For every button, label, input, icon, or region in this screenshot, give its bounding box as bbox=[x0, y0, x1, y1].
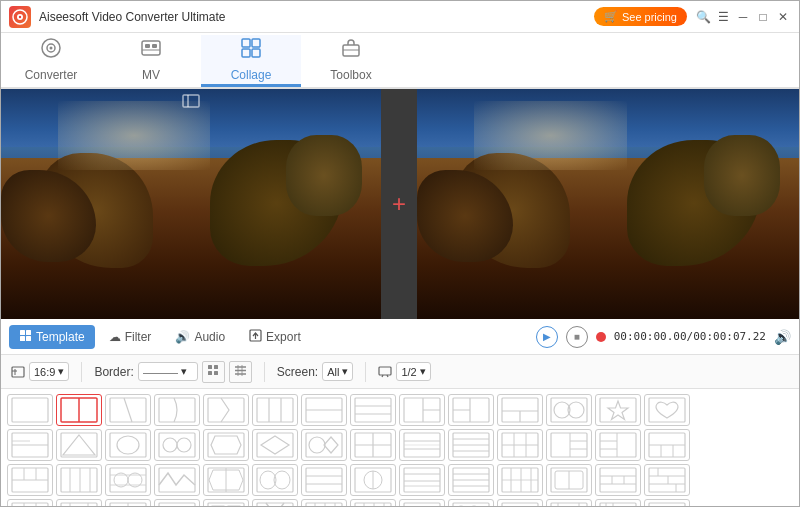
template-2v-selected[interactable] bbox=[56, 394, 102, 426]
svg-rect-27 bbox=[208, 365, 212, 369]
template-arrow-1[interactable] bbox=[203, 394, 249, 426]
template-r3-1[interactable] bbox=[7, 464, 53, 496]
maximize-button[interactable]: □ bbox=[755, 9, 771, 25]
template-oval-double[interactable] bbox=[546, 394, 592, 426]
template-1top-2bottom[interactable] bbox=[497, 394, 543, 426]
template-r2-11[interactable] bbox=[497, 429, 543, 461]
template-r2-12[interactable] bbox=[546, 429, 592, 461]
tab-collage[interactable]: Collage bbox=[201, 35, 301, 87]
template-r2-6[interactable] bbox=[252, 429, 298, 461]
play-button[interactable]: ▶ bbox=[536, 326, 558, 348]
template-3wide[interactable] bbox=[252, 394, 298, 426]
svg-marker-73 bbox=[63, 435, 95, 455]
svg-rect-194 bbox=[306, 503, 342, 507]
template-r4-7[interactable] bbox=[301, 499, 347, 507]
template-r2-2[interactable] bbox=[56, 429, 102, 461]
svg-rect-166 bbox=[12, 503, 48, 507]
template-r4-4[interactable] bbox=[154, 499, 200, 507]
template-star[interactable] bbox=[595, 394, 641, 426]
filter-icon: ☁ bbox=[109, 330, 121, 344]
toolbar-tab-template[interactable]: Template bbox=[9, 325, 95, 349]
template-r4-6[interactable] bbox=[252, 499, 298, 507]
template-r4-11[interactable] bbox=[497, 499, 543, 507]
template-r2-5[interactable] bbox=[203, 429, 249, 461]
template-r4-2[interactable] bbox=[56, 499, 102, 507]
template-r3-12[interactable] bbox=[546, 464, 592, 496]
template-r4-5[interactable] bbox=[203, 499, 249, 507]
app-window: Aiseesoft Video Converter Ultimate 🛒 See… bbox=[0, 0, 800, 507]
volume-icon[interactable]: 🔊 bbox=[774, 329, 791, 345]
svg-rect-191 bbox=[257, 503, 293, 507]
template-3h[interactable] bbox=[350, 394, 396, 426]
template-1left-2right[interactable] bbox=[399, 394, 445, 426]
template-2h[interactable] bbox=[301, 394, 347, 426]
add-video-button[interactable]: + bbox=[392, 192, 406, 216]
menu-button[interactable]: ☰ bbox=[715, 9, 731, 25]
svg-rect-63 bbox=[551, 398, 587, 422]
template-r2-3[interactable] bbox=[105, 429, 151, 461]
tab-converter[interactable]: Converter bbox=[1, 35, 101, 87]
template-r4-14[interactable] bbox=[644, 499, 690, 507]
template-diag-1[interactable] bbox=[105, 394, 151, 426]
tab-mv[interactable]: MV bbox=[101, 35, 201, 87]
template-r3-11[interactable] bbox=[497, 464, 543, 496]
toolbar-tab-audio[interactable]: 🔊 Audio bbox=[165, 326, 235, 348]
export-tab-label: Export bbox=[266, 330, 301, 344]
template-2left-1right[interactable] bbox=[448, 394, 494, 426]
template-heart[interactable] bbox=[644, 394, 690, 426]
svg-rect-24 bbox=[12, 367, 24, 377]
toolbar-tabs: Template ☁ Filter 🔊 Audio bbox=[9, 325, 534, 349]
screen-select[interactable]: All ▾ bbox=[322, 362, 353, 381]
toolbar-tab-export[interactable]: Export bbox=[239, 325, 311, 349]
template-r4-8[interactable] bbox=[350, 499, 396, 507]
template-r4-3[interactable] bbox=[105, 499, 151, 507]
pattern-view-button[interactable] bbox=[229, 361, 252, 383]
template-r3-9[interactable] bbox=[399, 464, 445, 496]
svg-rect-205 bbox=[404, 503, 440, 507]
template-r4-13[interactable] bbox=[595, 499, 641, 507]
toolbar-tab-filter[interactable]: ☁ Filter bbox=[99, 326, 162, 348]
template-curve-1[interactable] bbox=[154, 394, 200, 426]
template-r3-14[interactable] bbox=[644, 464, 690, 496]
template-r3-4[interactable] bbox=[154, 464, 200, 496]
template-r3-3[interactable] bbox=[105, 464, 151, 496]
template-r3-5[interactable] bbox=[203, 464, 249, 496]
grid-view-button[interactable] bbox=[202, 361, 225, 383]
svg-point-2 bbox=[19, 15, 21, 17]
template-r4-1[interactable] bbox=[7, 499, 53, 507]
frame-icon bbox=[182, 94, 200, 111]
template-r2-1[interactable] bbox=[7, 429, 53, 461]
border-select[interactable]: ▾ bbox=[138, 362, 198, 381]
template-r3-7[interactable] bbox=[301, 464, 347, 496]
tab-toolbox-label: Toolbox bbox=[330, 68, 371, 82]
template-r4-9[interactable] bbox=[399, 499, 445, 507]
monitor-select[interactable]: 1/2 ▾ bbox=[396, 362, 430, 381]
template-single[interactable] bbox=[7, 394, 53, 426]
template-r2-7[interactable] bbox=[301, 429, 347, 461]
template-r4-12[interactable] bbox=[546, 499, 592, 507]
svg-rect-29 bbox=[208, 371, 212, 375]
close-button[interactable]: ✕ bbox=[775, 9, 791, 25]
template-grid-container bbox=[1, 389, 799, 507]
template-r2-14[interactable] bbox=[644, 429, 690, 461]
search-button[interactable]: 🔍 bbox=[695, 9, 711, 25]
right-video-panel bbox=[417, 89, 799, 319]
svg-point-77 bbox=[163, 438, 177, 452]
stop-button[interactable]: ■ bbox=[566, 326, 588, 348]
template-r2-8[interactable] bbox=[350, 429, 396, 461]
svg-rect-20 bbox=[20, 336, 25, 341]
minimize-button[interactable]: ─ bbox=[735, 9, 751, 25]
template-r3-6[interactable] bbox=[252, 464, 298, 496]
template-r2-10[interactable] bbox=[448, 429, 494, 461]
template-r2-4[interactable] bbox=[154, 429, 200, 461]
aspect-ratio-select[interactable]: 16:9 ▾ bbox=[29, 362, 69, 381]
pricing-button[interactable]: 🛒 See pricing bbox=[594, 7, 687, 26]
template-r4-10[interactable] bbox=[448, 499, 494, 507]
template-r3-2[interactable] bbox=[56, 464, 102, 496]
template-r3-10[interactable] bbox=[448, 464, 494, 496]
template-r3-8[interactable] bbox=[350, 464, 396, 496]
template-r2-9[interactable] bbox=[399, 429, 445, 461]
tab-toolbox[interactable]: Toolbox bbox=[301, 35, 401, 87]
template-r3-13[interactable] bbox=[595, 464, 641, 496]
template-r2-13[interactable] bbox=[595, 429, 641, 461]
